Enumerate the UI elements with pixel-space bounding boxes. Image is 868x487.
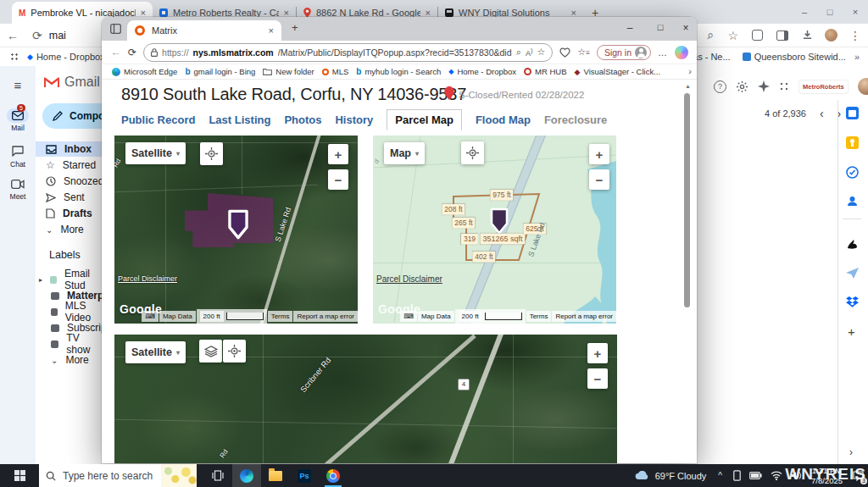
search-icon[interactable]: ⌕ xyxy=(701,28,721,42)
edge-maximize-button[interactable]: □ xyxy=(648,22,673,32)
measurement-map[interactable]: 975 ft 208 ft 265 ft 319 351265 sqft 402… xyxy=(373,136,616,324)
sidebar-item-snoozed[interactable]: Snoozed xyxy=(46,174,103,189)
zoom-out-button[interactable]: − xyxy=(328,169,348,190)
newer-chevron-icon[interactable]: ‹ xyxy=(820,107,824,120)
edge-new-tab-icon[interactable]: + xyxy=(292,21,298,34)
chrome-minimize-button[interactable]: – xyxy=(792,0,817,24)
your-phone-icon[interactable] xyxy=(733,470,741,481)
my-location-button[interactable] xyxy=(223,340,246,362)
reload-icon[interactable]: ⟳ xyxy=(128,47,136,58)
gemini-sparkle-icon[interactable] xyxy=(758,80,770,92)
zoom-in-button[interactable]: + xyxy=(328,144,348,164)
sidebar-item-more[interactable]: ⌄ More xyxy=(46,222,84,237)
account-avatar[interactable] xyxy=(858,78,868,95)
expand-arrow-icon[interactable]: ▸ xyxy=(39,276,42,284)
side-panel-icon[interactable] xyxy=(776,30,788,41)
report-error-link[interactable]: Report a map error xyxy=(293,311,358,322)
favorite-item[interactable]: ◆VisualStager - Click... xyxy=(575,67,661,76)
favorite-item[interactable]: MR HUB xyxy=(524,67,566,76)
back-icon[interactable]: ← xyxy=(110,46,121,58)
tab-parcel-map[interactable]: Parcel Map xyxy=(387,109,462,130)
wide-satellite-map[interactable]: Scribner Rd Rd 4 Satellite▾ + − xyxy=(114,335,617,463)
favorite-item[interactable]: New folder xyxy=(263,67,314,76)
edge-close-button[interactable]: × xyxy=(675,22,697,34)
collapse-panel-chevron-icon[interactable]: › xyxy=(849,446,853,458)
parcel-disclaimer-link[interactable]: Parcel Disclaimer xyxy=(376,274,442,284)
chrome-url-text[interactable]: mai xyxy=(49,30,66,42)
rail-item-chat[interactable]: Chat xyxy=(0,145,36,169)
rail-item-meet[interactable]: Meet xyxy=(0,177,36,201)
edge-tab-matrix[interactable]: Matrix × xyxy=(127,20,281,41)
keyboard-icon[interactable]: ⌨ xyxy=(400,311,417,322)
get-addons-plus-icon[interactable]: + xyxy=(848,324,855,339)
menu-kebab-icon[interactable]: ⋮ xyxy=(843,29,868,42)
chrome-maximize-button[interactable]: □ xyxy=(817,0,843,24)
favorite-item[interactable]: MLS xyxy=(322,67,349,76)
read-aloud-icon[interactable]: A) xyxy=(526,47,533,58)
tasks-panel-icon[interactable] xyxy=(846,166,859,182)
copilot-icon[interactable] xyxy=(675,46,688,59)
sidebar-item-sent[interactable]: Sent xyxy=(46,190,85,205)
sidebar-item-drafts[interactable]: Drafts xyxy=(46,206,92,221)
label-item-more[interactable]: ⌄ More xyxy=(51,352,89,368)
map-data-link[interactable]: Map Data xyxy=(418,311,454,322)
bookmarks-overflow-icon[interactable]: » xyxy=(854,52,860,62)
taskbar-edge-app[interactable] xyxy=(232,464,261,487)
tab-flood-map[interactable]: Flood Map xyxy=(476,113,531,126)
paper-plane-addon-icon[interactable] xyxy=(846,267,859,282)
help-icon[interactable]: ? xyxy=(714,80,726,93)
dropbox-addon-icon[interactable] xyxy=(846,296,859,311)
zoom-search-icon[interactable]: ⌕ xyxy=(516,47,521,58)
label-item-email-studio[interactable]: ▸ Email Stud xyxy=(39,272,103,287)
tab-last-listing[interactable]: Last Listing xyxy=(209,113,270,126)
favorite-item[interactable]: bmyhub login - Search xyxy=(356,67,441,76)
bookmark-star-icon[interactable]: ☆ xyxy=(721,29,745,42)
profile-avatar[interactable] xyxy=(825,29,837,42)
satellite-parcel-map[interactable]: S Lake Rd Rd Satellite▾ + − Parcel Discl… xyxy=(114,136,358,324)
bookmark-item[interactable]: Home - Dropbox xyxy=(36,52,105,62)
zoom-in-button[interactable]: + xyxy=(587,343,608,363)
label-item-mls-video[interactable]: MLS Video xyxy=(51,304,103,319)
taskbar-explorer-app[interactable] xyxy=(261,464,290,487)
favorite-star-icon[interactable]: ☆ xyxy=(537,47,545,58)
edge-minimize-button[interactable]: – xyxy=(617,22,643,34)
taskbar-chrome-app[interactable] xyxy=(319,464,348,487)
task-view-button[interactable] xyxy=(203,464,232,487)
rail-item-mail[interactable]: 5 Mail xyxy=(0,108,36,132)
tab-groups-icon[interactable] xyxy=(752,30,763,41)
google-apps-grid-icon[interactable] xyxy=(779,81,789,91)
favorite-item[interactable]: Microsoft Edge xyxy=(112,67,177,76)
map-type-button[interactable]: Map▾ xyxy=(384,142,425,164)
map-type-button[interactable]: Satellite▾ xyxy=(125,142,186,164)
taskbar-search-box[interactable]: Type here to search xyxy=(39,464,197,487)
contacts-panel-icon[interactable] xyxy=(846,195,859,211)
wifi-icon[interactable] xyxy=(771,471,782,480)
bird-addon-icon[interactable] xyxy=(846,238,859,253)
parcel-disclaimer-link[interactable]: Parcel Disclaimer xyxy=(118,274,177,283)
calendar-panel-icon[interactable] xyxy=(846,107,859,119)
back-icon[interactable]: ← xyxy=(0,29,25,42)
tray-show-hidden-icon[interactable]: ^ xyxy=(718,471,722,480)
favorite-item[interactable]: ◆Home - Dropbox xyxy=(448,67,516,76)
scroll-up-arrow-icon[interactable]: ▲ xyxy=(685,83,691,89)
report-error-link[interactable]: Report a map error xyxy=(552,311,616,322)
reload-icon[interactable]: ⟳ xyxy=(25,29,49,42)
browser-essentials-icon[interactable] xyxy=(559,47,570,58)
bookmark-item[interactable]: Queensboro Sitewid... xyxy=(754,52,846,62)
download-icon[interactable] xyxy=(802,30,813,41)
zoom-out-button[interactable]: − xyxy=(589,169,609,190)
tab-actions-icon[interactable] xyxy=(110,24,121,34)
terms-link[interactable]: Terms xyxy=(268,311,293,322)
address-bar[interactable]: https://nys.mlsmatrix.com/Matrix/Public/… xyxy=(143,43,553,62)
bookmark-item[interactable]: as - Ne... xyxy=(693,52,731,62)
settings-gear-icon[interactable] xyxy=(736,80,748,93)
keyboard-icon[interactable]: ⌨ xyxy=(142,311,159,322)
zoom-out-button[interactable]: − xyxy=(587,368,608,389)
sign-in-button[interactable]: Sign in xyxy=(597,45,651,60)
battery-icon[interactable] xyxy=(749,472,762,479)
start-button[interactable] xyxy=(0,464,39,487)
favorites-overflow-chevron-icon[interactable]: › xyxy=(688,66,692,76)
keep-panel-icon[interactable] xyxy=(846,136,859,149)
tab-history[interactable]: History xyxy=(335,113,373,126)
tab-foreclosure[interactable]: Foreclosure xyxy=(544,113,607,126)
